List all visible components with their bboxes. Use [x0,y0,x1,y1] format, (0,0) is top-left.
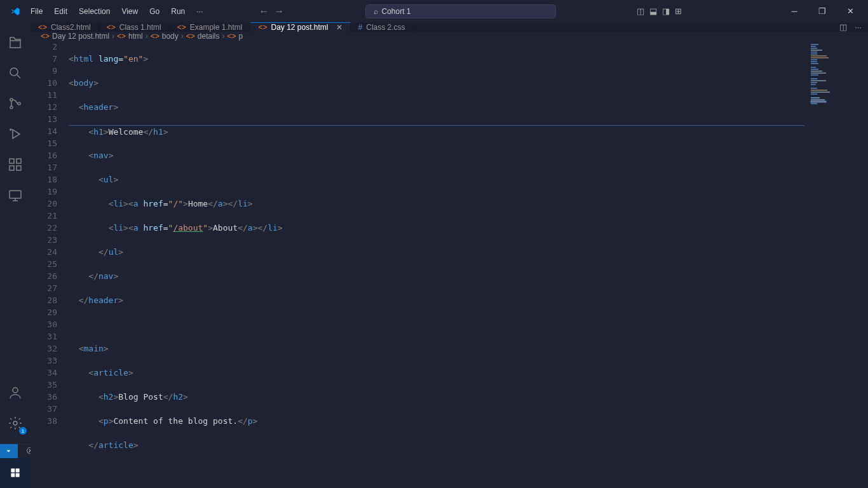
nav-arrows: ← → [259,6,284,17]
search-text: Cohort 1 [382,7,411,16]
svg-rect-7 [17,166,21,170]
tab-example1[interactable]: <>Example 1.html [170,22,251,32]
source-control-icon[interactable] [0,88,31,119]
layout-customize-icon[interactable]: ⊞ [675,6,682,16]
code-content[interactable]: <html lang="en"> <body> <header> <h1>Wel… [69,41,804,488]
tab-class1[interactable]: <>Class 1.html [99,22,170,32]
window-controls: ─ ❐ ✕ [782,2,863,21]
minimap[interactable] [804,41,868,488]
css-file-icon: # [358,23,363,32]
nav-forward-icon[interactable]: → [274,6,284,17]
breadcrumb-item[interactable]: body [162,32,179,41]
svg-point-1 [10,98,13,101]
html-file-icon: <> [177,23,186,32]
line-gutter: 2791011121314151617181920212223242526272… [31,41,69,488]
chevron-right-icon: › [181,32,184,41]
command-center[interactable]: ⌕ Cohort 1 [365,4,556,18]
svg-point-10 [13,388,18,393]
element-icon: <> [151,32,159,41]
debug-icon[interactable] [0,119,31,149]
extensions-icon[interactable] [0,149,31,180]
tab-class2[interactable]: <>Class2.html [31,22,99,32]
explorer-icon[interactable] [0,27,31,58]
code-editor[interactable]: 2791011121314151617181920212223242526272… [31,41,868,488]
editor-area: <>Class2.html <>Class 1.html <>Example 1… [31,22,868,444]
svg-rect-15 [16,473,20,477]
nav-back-icon[interactable]: ← [259,6,269,17]
tab-label: Class2.html [51,23,91,32]
chevron-right-icon: › [146,32,148,41]
layout-controls: ◫ ⬓ ◨ ⊞ [637,6,682,16]
html-file-icon: <> [258,23,267,32]
chevron-right-icon: › [222,32,225,41]
html-file-icon: <> [38,23,47,32]
maximize-button[interactable]: ❐ [810,2,835,21]
layout-sidebar-right-icon[interactable]: ◨ [662,6,670,16]
layout-sidebar-left-icon[interactable]: ◫ [637,6,644,16]
svg-point-2 [10,106,13,109]
activity-bar: 1 [0,22,31,444]
tab-day12[interactable]: <>Day 12 post.html✕ [250,22,350,32]
menu-view[interactable]: View [116,4,143,18]
svg-point-11 [13,421,17,425]
more-actions-icon[interactable]: ··· [855,22,862,32]
tab-label: Class 2.css [366,23,405,32]
element-icon: <> [117,32,126,41]
svg-point-3 [18,102,20,105]
menu-go[interactable]: Go [144,4,165,18]
svg-rect-13 [16,468,20,472]
menu-more[interactable]: ··· [191,4,208,18]
tab-label: Class 1.html [119,23,161,32]
breadcrumb-item[interactable]: html [128,32,143,41]
html-file-icon: <> [41,32,50,41]
svg-rect-12 [11,468,15,472]
chevron-right-icon: › [112,32,114,41]
split-editor-icon[interactable]: ◫ [839,22,847,32]
vscode-logo-icon [10,6,20,17]
svg-rect-14 [11,473,15,477]
start-button[interactable] [0,458,31,488]
svg-point-4 [10,129,11,130]
svg-rect-5 [10,159,14,163]
remote-explorer-icon[interactable] [0,180,31,210]
element-icon: <> [186,32,195,41]
breadcrumb-item[interactable]: p [239,32,243,41]
tab-class2css[interactable]: #Class 2.css [351,22,414,32]
close-button[interactable]: ✕ [837,2,863,21]
search-icon: ⌕ [374,7,378,16]
layout-panel-icon[interactable]: ⬓ [649,6,657,16]
close-icon[interactable]: ✕ [336,23,342,32]
minimize-button[interactable]: ─ [782,2,807,21]
svg-rect-8 [17,159,21,163]
tab-label: Day 12 post.html [271,23,328,32]
menu-file[interactable]: File [25,4,48,18]
editor-tabs: <>Class2.html <>Class 1.html <>Example 1… [31,22,868,32]
element-icon: <> [227,32,236,41]
menu-run[interactable]: Run [166,4,190,18]
settings-icon[interactable]: 1 [0,408,31,438]
main-menu: File Edit Selection View Go Run ··· [25,4,208,18]
html-file-icon: <> [107,23,116,32]
svg-point-0 [10,68,18,76]
breadcrumb[interactable]: <> Day 12 post.html › <> html › <> body … [31,32,868,41]
breadcrumb-item[interactable]: details [198,32,220,41]
search-icon[interactable] [0,58,31,88]
accounts-icon[interactable] [0,377,31,408]
tab-label: Example 1.html [190,23,243,32]
remote-indicator[interactable] [0,444,18,458]
titlebar: File Edit Selection View Go Run ··· ← → … [0,0,868,22]
menu-edit[interactable]: Edit [49,4,72,18]
svg-rect-6 [10,166,14,170]
svg-rect-9 [10,191,21,198]
menu-selection[interactable]: Selection [74,4,115,18]
breadcrumb-item[interactable]: Day 12 post.html [52,32,109,41]
